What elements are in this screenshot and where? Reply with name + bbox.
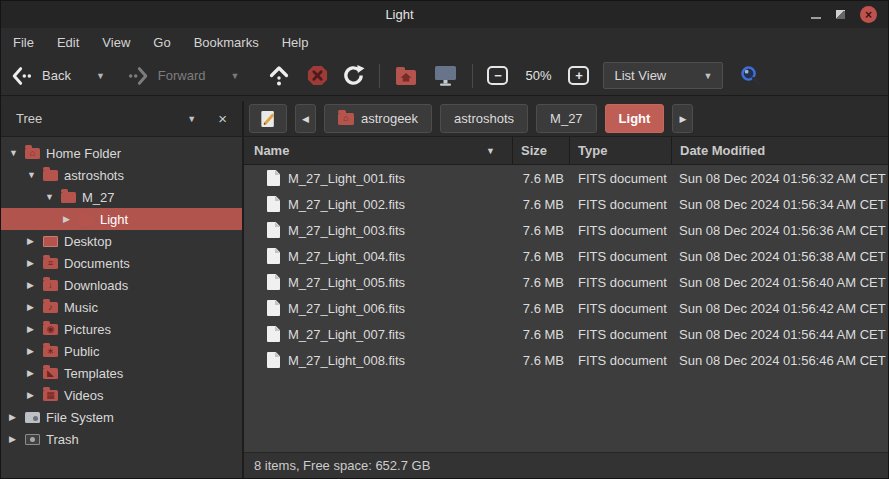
tree-item-astroshots[interactable]: astroshots <box>1 164 242 186</box>
search-button[interactable] <box>739 64 762 87</box>
file-type: FITS document <box>569 171 671 186</box>
tree-item-trash[interactable]: Trash <box>1 428 242 450</box>
file-type: FITS document <box>569 275 671 290</box>
tree-item-m27[interactable]: M_27 <box>1 186 242 208</box>
file-size: 7.6 MB <box>512 353 569 368</box>
tree-item-documents[interactable]: ≡ Documents <box>1 252 242 274</box>
desktop-icon <box>433 64 458 87</box>
file-manager-window: Light × File Edit View Go Bookmarks Help… <box>0 0 889 479</box>
home-folder-button[interactable] <box>394 65 418 87</box>
back-arrow-icon <box>11 65 33 87</box>
expander-icon[interactable] <box>27 280 43 290</box>
expander-icon[interactable] <box>9 148 25 158</box>
tree-item-videos[interactable]: ▦ Videos <box>1 384 242 406</box>
close-icon[interactable]: × <box>860 6 877 23</box>
tree-item-templates[interactable]: ◣ Templates <box>1 362 242 384</box>
tree-item-public[interactable]: ∗ Public <box>1 340 242 362</box>
column-header-name[interactable]: Name <box>244 137 512 164</box>
file-modified: Sun 08 Dec 2024 01:56:44 AM CET <box>671 327 888 342</box>
column-header-size[interactable]: Size <box>512 137 569 164</box>
file-size: 7.6 MB <box>512 171 569 186</box>
desktop-icon <box>43 236 58 247</box>
expander-icon[interactable] <box>27 302 43 312</box>
path-scroll-left-button[interactable]: ◀ <box>295 104 316 133</box>
folder-icon <box>43 170 58 181</box>
path-scroll-right-button[interactable]: ▶ <box>672 104 693 133</box>
tree-item-label: astroshots <box>64 168 124 183</box>
downloads-folder-icon: ↓ <box>43 280 58 291</box>
expander-icon[interactable] <box>27 368 43 378</box>
folder-emblem: ↓ <box>43 280 58 291</box>
maximize-icon[interactable] <box>836 10 845 19</box>
file-size: 7.6 MB <box>512 275 569 290</box>
expander-icon[interactable] <box>27 324 43 334</box>
expander-icon[interactable] <box>27 390 43 400</box>
expander-icon[interactable] <box>63 214 79 224</box>
file-type: FITS document <box>569 327 671 342</box>
zoom-out-button[interactable]: − <box>487 66 508 85</box>
tree-item-desktop[interactable]: Desktop <box>1 230 242 252</box>
breadcrumb-astroshots[interactable]: astroshots <box>440 104 528 133</box>
menu-help[interactable]: Help <box>282 35 309 50</box>
menu-file[interactable]: File <box>13 35 34 50</box>
column-label: Name <box>254 143 289 158</box>
column-header-date-modified[interactable]: Date Modified <box>671 137 888 164</box>
expander-icon[interactable] <box>27 170 43 180</box>
column-label: Size <box>521 143 547 158</box>
menu-go[interactable]: Go <box>153 35 170 50</box>
tree-item-home-folder[interactable]: ⌂ Home Folder <box>1 142 242 164</box>
breadcrumb-astrogeek[interactable]: ⌂ astrogeek <box>324 104 432 133</box>
up-button[interactable] <box>267 64 291 88</box>
breadcrumb-m27[interactable]: M_27 <box>536 104 597 133</box>
expander-icon[interactable] <box>9 412 25 422</box>
file-type: FITS document <box>569 223 671 238</box>
tree-item-music[interactable]: ♪ Music <box>1 296 242 318</box>
tree-item-downloads[interactable]: ↓ Downloads <box>1 274 242 296</box>
breadcrumb-light-current[interactable]: Light <box>605 104 665 133</box>
menu-bookmarks[interactable]: Bookmarks <box>194 35 259 50</box>
view-mode-select[interactable]: List View <box>603 62 723 89</box>
expander-icon[interactable] <box>27 346 43 356</box>
tree-item-pictures[interactable]: ◉ Pictures <box>1 318 242 340</box>
expander-icon[interactable] <box>27 258 43 268</box>
refresh-button[interactable] <box>342 64 365 87</box>
tree-item-light[interactable]: Light <box>1 208 242 230</box>
folder-emblem: ▦ <box>43 390 58 401</box>
file-row[interactable]: M_27_Light_007.fits 7.6 MB FITS document… <box>244 321 888 347</box>
toolbar-separator <box>379 64 380 88</box>
file-row[interactable]: M_27_Light_006.fits 7.6 MB FITS document… <box>244 295 888 321</box>
forward-button[interactable]: Forward <box>127 65 240 87</box>
file-row[interactable]: M_27_Light_008.fits 7.6 MB FITS document… <box>244 347 888 373</box>
folder-emblem: ∗ <box>43 346 58 357</box>
tree-item-file-system[interactable]: File System <box>1 406 242 428</box>
expander-icon[interactable] <box>9 434 25 444</box>
refresh-icon <box>342 64 365 87</box>
expander-icon[interactable] <box>27 236 43 246</box>
minimize-icon[interactable] <box>811 17 821 19</box>
zoom-in-button[interactable]: + <box>568 66 589 85</box>
stop-button[interactable] <box>306 64 329 87</box>
menu-edit[interactable]: Edit <box>57 35 79 50</box>
window-title: Light <box>1 7 798 22</box>
file-row[interactable]: M_27_Light_005.fits 7.6 MB FITS document… <box>244 269 888 295</box>
panel-mode-label[interactable]: Tree <box>16 111 42 126</box>
desktop-button[interactable] <box>433 64 458 87</box>
edit-path-button[interactable] <box>249 104 287 133</box>
back-button[interactable]: Back <box>11 65 105 87</box>
chevron-down-icon <box>704 71 713 81</box>
expander-icon[interactable] <box>45 192 61 202</box>
forward-dropdown-icon[interactable] <box>231 71 240 81</box>
file-row[interactable]: M_27_Light_001.fits 7.6 MB FITS document… <box>244 165 888 191</box>
file-row[interactable]: M_27_Light_002.fits 7.6 MB FITS document… <box>244 191 888 217</box>
column-header-type[interactable]: Type <box>569 137 671 164</box>
file-row[interactable]: M_27_Light_003.fits 7.6 MB FITS document… <box>244 217 888 243</box>
file-row[interactable]: M_27_Light_004.fits 7.6 MB FITS document… <box>244 243 888 269</box>
folder-emblem <box>43 170 58 181</box>
back-label: Back <box>42 68 71 83</box>
menu-view[interactable]: View <box>102 35 130 50</box>
file-size: 7.6 MB <box>512 197 569 212</box>
file-name: M_27_Light_008.fits <box>288 353 405 368</box>
panel-close-icon[interactable]: × <box>218 111 227 126</box>
back-dropdown-icon[interactable] <box>96 71 105 81</box>
panel-mode-dropdown-icon[interactable] <box>187 114 196 124</box>
